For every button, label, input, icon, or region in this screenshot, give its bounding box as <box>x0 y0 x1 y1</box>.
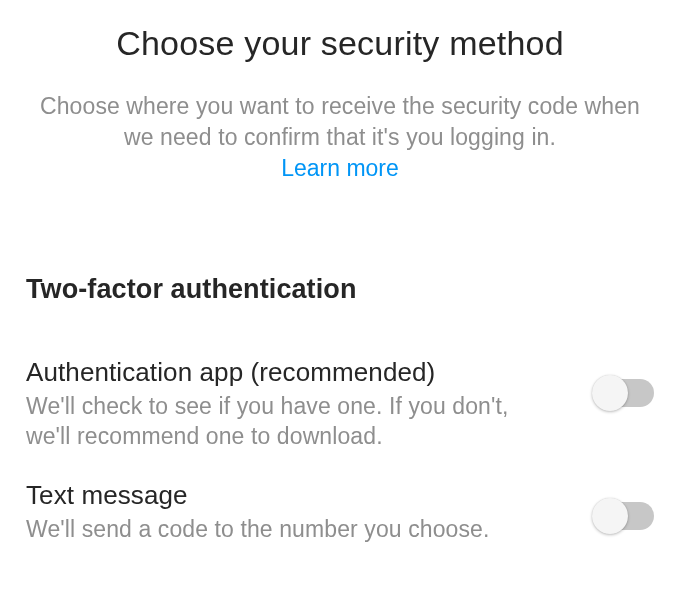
option-auth-app: Authentication app (recommended) We'll c… <box>26 357 654 452</box>
page-title: Choose your security method <box>28 24 652 63</box>
page-subtitle: Choose where you want to receive the sec… <box>28 91 652 153</box>
option-auth-app-desc: We'll check to see if you have one. If y… <box>26 392 578 452</box>
header: Choose your security method Choose where… <box>0 0 680 182</box>
toggle-knob <box>592 375 628 411</box>
option-auth-app-title: Authentication app (recommended) <box>26 357 578 388</box>
toggle-auth-app[interactable] <box>594 379 654 407</box>
option-text: Text message We'll send a code to the nu… <box>26 480 578 545</box>
toggle-knob <box>592 498 628 534</box>
two-factor-section: Two-factor authentication Authentication… <box>0 274 680 545</box>
learn-more-link[interactable]: Learn more <box>281 155 399 182</box>
option-text-message: Text message We'll send a code to the nu… <box>26 480 654 545</box>
option-text: Authentication app (recommended) We'll c… <box>26 357 578 452</box>
option-text-message-desc: We'll send a code to the number you choo… <box>26 515 578 545</box>
toggle-text-message[interactable] <box>594 502 654 530</box>
option-text-message-title: Text message <box>26 480 578 511</box>
section-title: Two-factor authentication <box>26 274 654 305</box>
